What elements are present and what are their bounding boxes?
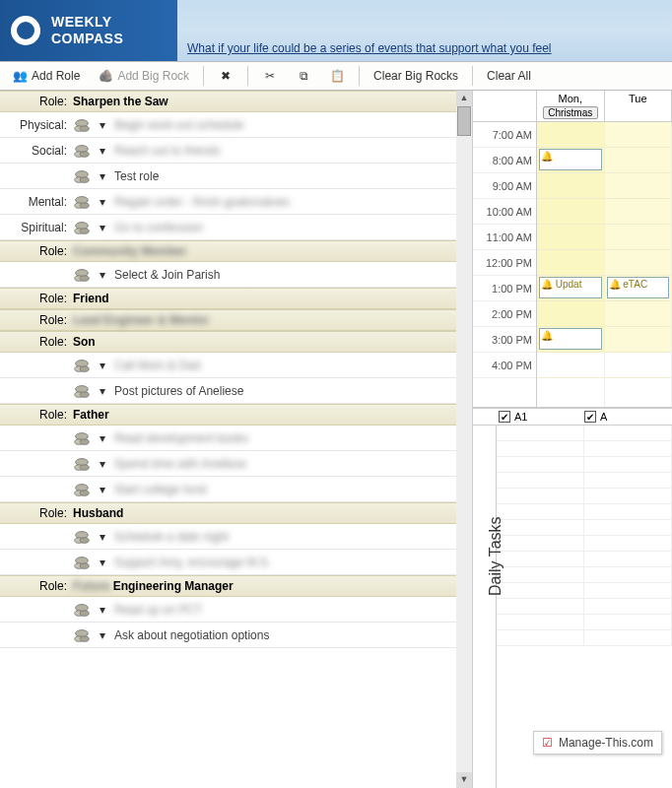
cut-button[interactable]: ✂ (256, 66, 284, 86)
svg-point-2 (80, 125, 89, 130)
allday-event[interactable]: Christmas (543, 106, 598, 119)
calendar-event[interactable]: 🔔 Updat (539, 277, 602, 298)
svg-point-8 (80, 176, 89, 181)
rock-icon (73, 602, 91, 618)
paste-button[interactable]: 📋 (323, 66, 351, 86)
scroll-up-button[interactable]: ▲ (456, 91, 472, 106)
calendar-col-mon[interactable]: 🔔🔔 Updat🔔 (537, 122, 605, 407)
big-rock-row[interactable]: ▾Call Mom & Dad (0, 353, 472, 378)
copy-button[interactable]: ⧉ (290, 66, 317, 86)
toolbar-separator (359, 66, 360, 86)
header-tagline-link[interactable]: What if your life could be a series of e… (187, 41, 552, 55)
daily-tasks-label: Daily Tasks (487, 516, 504, 596)
big-rock-row[interactable]: ▾Schedule a date night (0, 524, 472, 550)
role-header[interactable]: Role:Future Engineering Manager (0, 575, 472, 597)
checkbox-icon[interactable]: ✔ (584, 411, 596, 423)
role-header[interactable]: Role:Father (0, 404, 472, 426)
calendar-event[interactable]: 🔔 eTAC (607, 277, 670, 298)
big-rock-text: Schedule a date night (114, 530, 466, 544)
task-col-a[interactable]: ✔ A (584, 411, 670, 423)
role-header[interactable]: Role:Son (0, 331, 472, 353)
role-header[interactable]: Role:Community Member (0, 240, 472, 262)
check-icon: ☑ (542, 736, 553, 750)
svg-point-44 (80, 635, 89, 640)
chevron-down-icon[interactable]: ▾ (97, 484, 108, 495)
big-rock-row[interactable]: Physical:▾Begin work-out schedule (0, 112, 472, 138)
big-rock-row[interactable]: Spiritual:▾Go to confession (0, 215, 472, 240)
big-rock-row[interactable]: ▾Select & Join Parish (0, 262, 472, 288)
chevron-down-icon[interactable]: ▾ (97, 145, 108, 157)
svg-point-23 (80, 391, 89, 396)
chevron-down-icon[interactable]: ▾ (97, 360, 108, 371)
checkbox-icon[interactable]: ✔ (499, 411, 510, 423)
copy-icon: ⧉ (296, 68, 311, 84)
chevron-down-icon[interactable]: ▾ (97, 432, 108, 444)
calendar-event[interactable]: 🔔 (539, 328, 602, 350)
add-role-button[interactable]: 👥 Add Role (6, 66, 86, 86)
chevron-down-icon[interactable]: ▾ (97, 385, 108, 397)
compass-icon (8, 13, 43, 48)
chevron-down-icon[interactable]: ▾ (97, 629, 108, 641)
big-rock-text: Spend time with Aneliese (114, 457, 466, 471)
big-rock-text: Regain order - finish goals/values (114, 195, 466, 209)
big-rock-row[interactable]: ▾Read development books (0, 426, 472, 451)
scroll-thumb[interactable] (457, 106, 471, 136)
chevron-down-icon[interactable]: ▾ (97, 170, 108, 182)
calendar-grid[interactable]: 7:00 AM8:00 AM9:00 AM10:00 AM11:00 AM12:… (473, 122, 672, 408)
add-role-icon: 👥 (12, 68, 28, 84)
chevron-down-icon[interactable]: ▾ (97, 222, 108, 233)
rock-icon (73, 117, 91, 133)
time-label: 1:00 PM (473, 276, 536, 301)
row-label: Spiritual: (6, 221, 73, 234)
time-label: 9:00 AM (473, 173, 536, 199)
big-rock-row[interactable]: ▾Test role (0, 164, 472, 189)
vertical-scrollbar[interactable]: ▲ ▼ (456, 91, 472, 788)
big-rock-row[interactable]: ▾Start college fund (0, 477, 472, 502)
role-header[interactable]: Role:Lead Engineer & Mentor (0, 309, 472, 331)
app-title-line1: WEEKLY (51, 14, 123, 31)
role-label: Role: (6, 579, 73, 593)
day-header-mon[interactable]: Mon, Christmas (537, 91, 605, 121)
big-rock-text: Begin work-out schedule (114, 118, 466, 132)
role-header[interactable]: Role:Friend (0, 288, 472, 309)
calendar-col-tue[interactable]: 🔔 eTAC (605, 122, 673, 407)
delete-button[interactable]: ✖ (212, 66, 239, 86)
role-label: Role: (6, 335, 73, 349)
role-header[interactable]: Role:Sharpen the Saw (0, 91, 472, 112)
big-rock-row[interactable]: ▾Support Amy, encourage M.S. (0, 550, 472, 575)
chevron-down-icon[interactable]: ▾ (97, 119, 108, 131)
chevron-down-icon[interactable]: ▾ (97, 196, 108, 208)
big-rock-row[interactable]: ▾Post pictures of Aneliese (0, 378, 472, 404)
reminder-icon: 🔔 Updat (541, 279, 581, 290)
time-label: 4:00 PM (473, 353, 536, 378)
chevron-down-icon[interactable]: ▾ (97, 557, 108, 568)
clear-all-button[interactable]: Clear All (481, 67, 537, 85)
big-rock-row[interactable]: Social:▾Reach out to friends (0, 138, 472, 164)
role-label: Role: (6, 292, 73, 305)
day-header-tue[interactable]: Tue (605, 91, 673, 121)
role-name: Father (73, 408, 109, 422)
chevron-down-icon[interactable]: ▾ (97, 269, 108, 281)
svg-point-14 (80, 228, 89, 232)
watermark: ☑ Manage-This.com (533, 731, 662, 755)
chevron-down-icon[interactable]: ▾ (97, 531, 108, 543)
rock-icon (73, 456, 91, 472)
clear-big-rocks-button[interactable]: Clear Big Rocks (368, 67, 464, 85)
scroll-down-button[interactable]: ▼ (456, 772, 472, 788)
svg-point-32 (80, 490, 89, 494)
add-big-rock-button[interactable]: 🪨 Add Big Rock (92, 66, 195, 86)
big-rock-row[interactable]: ▾Spend time with Aneliese (0, 451, 472, 477)
chevron-down-icon[interactable]: ▾ (97, 458, 108, 470)
big-rock-row[interactable]: ▾Ask about negotiation options (0, 623, 472, 648)
big-rock-text: Reach out to friends (114, 144, 466, 158)
rock-icon (73, 482, 91, 497)
task-col-a1[interactable]: ✔ A1 (499, 411, 584, 423)
time-label: 3:00 PM (473, 327, 536, 353)
chevron-down-icon[interactable]: ▾ (97, 604, 108, 616)
calendar-event[interactable]: 🔔 (539, 149, 602, 170)
paste-icon: 📋 (329, 68, 345, 84)
role-header[interactable]: Role:Husband (0, 502, 472, 524)
big-rock-row[interactable]: ▾Read up on PCT (0, 597, 472, 623)
big-rock-row[interactable]: Mental:▾Regain order - finish goals/valu… (0, 189, 472, 215)
big-rock-text: Read up on PCT (114, 603, 466, 617)
